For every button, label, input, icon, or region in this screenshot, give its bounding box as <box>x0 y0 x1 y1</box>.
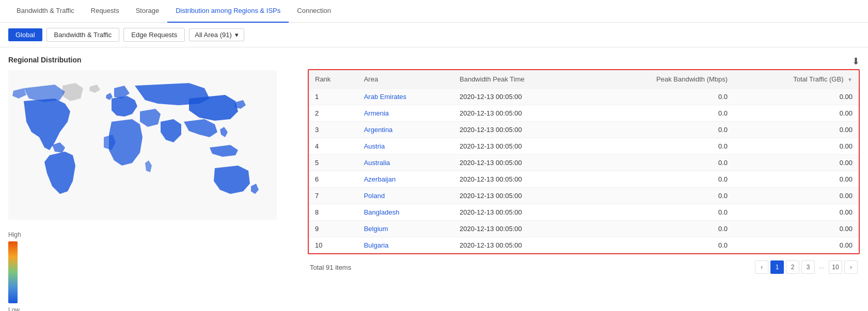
table-row: 4 Austria 2020-12-13 00:05:00 0.0 0.00 <box>309 138 859 155</box>
cell-peak-bw: 0.0 <box>588 171 734 188</box>
table-row: 6 Azerbaijan 2020-12-13 00:05:00 0.0 0.0… <box>309 171 859 188</box>
cell-total-traffic: 0.00 <box>734 138 859 155</box>
cell-peak-time: 2020-12-13 00:05:00 <box>453 155 588 171</box>
table-row: 8 Bangladesh 2020-12-13 00:05:00 0.0 0.0… <box>309 204 859 221</box>
cell-peak-time: 2020-12-13 00:05:00 <box>453 221 588 237</box>
cell-total-traffic: 0.00 <box>734 155 859 171</box>
sort-icon: ▼ <box>847 77 853 83</box>
download-icon-row: ⬇ <box>308 56 860 67</box>
nav-tab-distribution[interactable]: Distribution among Regions & ISPs <box>167 0 289 23</box>
world-map <box>8 70 277 225</box>
pagination: ‹ 1 2 3 ··· 10 › <box>755 260 858 274</box>
cell-peak-bw: 0.0 <box>588 155 734 171</box>
cell-rank: 2 <box>309 105 358 122</box>
cell-area[interactable]: Bangladesh <box>358 204 453 221</box>
nav-tab-requests[interactable]: Requests <box>83 0 128 23</box>
page-10-button[interactable]: 10 <box>829 260 842 274</box>
col-total-traffic-label: Total Traffic (GB) <box>793 75 843 83</box>
area-select-label: All Area (91) <box>195 31 232 39</box>
cell-peak-bw: 0.0 <box>588 89 734 105</box>
legend-color-bar <box>8 241 18 303</box>
table-row: 7 Poland 2020-12-13 00:05:00 0.0 0.00 <box>309 188 859 204</box>
cell-area[interactable]: Arab Emirates <box>358 89 453 105</box>
cell-peak-time: 2020-12-13 00:05:00 <box>453 122 588 138</box>
page-next-button[interactable]: › <box>844 260 858 274</box>
color-legend: High Low <box>8 231 297 311</box>
table-row: 5 Australia 2020-12-13 00:05:00 0.0 0.00 <box>309 155 859 171</box>
cell-peak-bw: 0.0 <box>588 237 734 254</box>
cell-area[interactable]: Armenia <box>358 105 453 122</box>
world-map-svg <box>8 70 277 220</box>
cell-peak-bw: 0.0 <box>588 221 734 237</box>
cell-peak-bw: 0.0 <box>588 188 734 204</box>
global-button[interactable]: Global <box>8 28 42 41</box>
cell-peak-time: 2020-12-13 00:05:00 <box>453 237 588 254</box>
cell-area[interactable]: Poland <box>358 188 453 204</box>
cell-total-traffic: 0.00 <box>734 221 859 237</box>
page-2-button[interactable]: 2 <box>786 260 799 274</box>
toolbar: Global Bandwidth & Traffic Edge Requests… <box>0 23 868 47</box>
page-prev-button[interactable]: ‹ <box>755 260 768 274</box>
right-panel: ⬇ Rank Area Bandwidth Peak Time Peak Ban… <box>308 56 860 311</box>
table-row: 10 Bulgaria 2020-12-13 00:05:00 0.0 0.00 <box>309 237 859 254</box>
cell-peak-time: 2020-12-13 00:05:00 <box>453 171 588 188</box>
section-title: Regional Distribution <box>8 56 297 64</box>
table-row: 2 Armenia 2020-12-13 00:05:00 0.0 0.00 <box>309 105 859 122</box>
chevron-down-icon: ▾ <box>235 31 239 39</box>
cell-peak-time: 2020-12-13 00:05:00 <box>453 105 588 122</box>
total-items-label: Total 91 items <box>310 264 351 271</box>
cell-area[interactable]: Azerbaijan <box>358 171 453 188</box>
nav-tab-bandwidth-traffic[interactable]: Bandwidth & Traffic <box>8 0 83 23</box>
cell-total-traffic: 0.00 <box>734 105 859 122</box>
left-panel: Regional Distribution <box>8 56 297 311</box>
cell-rank: 7 <box>309 188 358 204</box>
cell-peak-time: 2020-12-13 00:05:00 <box>453 188 588 204</box>
table-row: 1 Arab Emirates 2020-12-13 00:05:00 0.0 … <box>309 89 859 105</box>
cell-total-traffic: 0.00 <box>734 171 859 188</box>
col-bandwidth-peak-time: Bandwidth Peak Time <box>453 70 588 89</box>
nav-tab-storage[interactable]: Storage <box>128 0 168 23</box>
top-navigation: Bandwidth & Traffic Requests Storage Dis… <box>0 0 868 23</box>
cell-area[interactable]: Bulgaria <box>358 237 453 254</box>
cell-peak-bw: 0.0 <box>588 204 734 221</box>
page-3-button[interactable]: 3 <box>801 260 815 274</box>
cell-rank: 10 <box>309 237 358 254</box>
cell-peak-bw: 0.0 <box>588 122 734 138</box>
cell-peak-bw: 0.0 <box>588 105 734 122</box>
cell-total-traffic: 0.00 <box>734 204 859 221</box>
cell-rank: 6 <box>309 171 358 188</box>
cell-area[interactable]: Argentina <box>358 122 453 138</box>
page-1-button[interactable]: 1 <box>770 260 784 274</box>
table-row: 3 Argentina 2020-12-13 00:05:00 0.0 0.00 <box>309 122 859 138</box>
cell-peak-time: 2020-12-13 00:05:00 <box>453 138 588 155</box>
col-area: Area <box>358 70 453 89</box>
col-peak-bandwidth: Peak Bandwidth (Mbps) <box>588 70 734 89</box>
cell-total-traffic: 0.00 <box>734 188 859 204</box>
cell-rank: 8 <box>309 204 358 221</box>
cell-total-traffic: 0.00 <box>734 122 859 138</box>
table-body: 1 Arab Emirates 2020-12-13 00:05:00 0.0 … <box>309 89 859 254</box>
cell-area[interactable]: Belgium <box>358 221 453 237</box>
page-ellipsis: ··· <box>817 264 827 271</box>
cell-peak-time: 2020-12-13 00:05:00 <box>453 89 588 105</box>
edge-requests-button[interactable]: Edge Requests <box>123 28 185 42</box>
download-icon[interactable]: ⬇ <box>852 56 860 67</box>
cell-area[interactable]: Austria <box>358 138 453 155</box>
cell-total-traffic: 0.00 <box>734 89 859 105</box>
cell-total-traffic: 0.00 <box>734 237 859 254</box>
col-total-traffic[interactable]: Total Traffic (GB) ▼ <box>734 70 859 89</box>
cell-rank: 3 <box>309 122 358 138</box>
cell-peak-bw: 0.0 <box>588 138 734 155</box>
data-table-wrapper: Rank Area Bandwidth Peak Time Peak Bandw… <box>308 69 860 254</box>
area-select[interactable]: All Area (91) ▾ <box>189 28 244 41</box>
cell-area[interactable]: Australia <box>358 155 453 171</box>
cell-rank: 9 <box>309 221 358 237</box>
nav-tab-connection[interactable]: Connection <box>289 0 339 23</box>
legend-high-label: High <box>8 231 21 238</box>
table-footer: Total 91 items ‹ 1 2 3 ··· 10 › <box>308 260 860 274</box>
bandwidth-traffic-button[interactable]: Bandwidth & Traffic <box>46 28 120 42</box>
data-table: Rank Area Bandwidth Peak Time Peak Bandw… <box>309 70 859 253</box>
cell-rank: 1 <box>309 89 358 105</box>
table-row: 9 Belgium 2020-12-13 00:05:00 0.0 0.00 <box>309 221 859 237</box>
legend-low-label: Low <box>8 306 20 311</box>
